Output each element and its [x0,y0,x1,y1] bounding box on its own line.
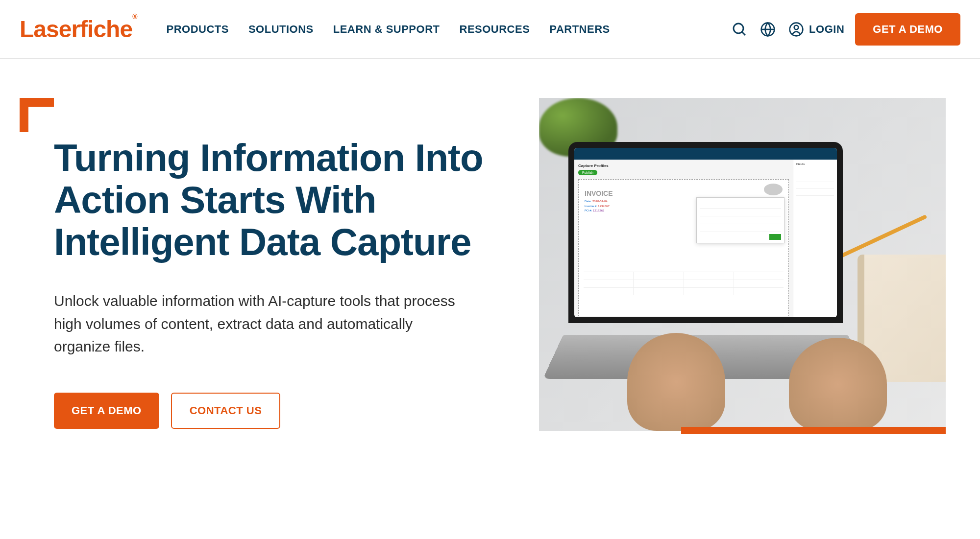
svg-point-5 [794,25,799,29]
invoice-table [584,272,784,311]
sidebar-field [796,175,834,182]
nav-products[interactable]: PRODUCTS [166,23,228,36]
capture-profiles-label: Capture Profiles [578,164,789,168]
app-titlebar [574,148,837,160]
accent-underline [681,427,946,434]
hero-section: Turning Information Into Action Starts W… [0,59,980,431]
nav-solutions[interactable]: SOLUTIONS [248,23,314,36]
nav-partners[interactable]: PARTNERS [549,23,610,36]
field-dialog [696,197,784,243]
dialog-row [700,209,781,216]
hand-right-graphic [789,338,887,431]
hero-image: Capture Profiles Publish INVOICE Date: 2… [539,98,946,431]
search-icon[interactable] [731,21,748,38]
globe-icon[interactable] [759,21,777,38]
brand-name: Laserfiche [20,16,132,42]
accent-corner [20,98,54,132]
document-preview: INVOICE Date: 2020-03-04 Invoice #: 1234… [578,179,789,316]
trademark-symbol: ® [132,13,137,21]
dialog-row [700,201,781,209]
laptop-screen: Capture Profiles Publish INVOICE Date: 2… [568,142,843,323]
svg-line-1 [742,32,745,35]
hero-cta-group: GET A DEMO CONTACT US [20,393,510,429]
dialog-row [700,216,781,224]
vendor-logo [764,184,783,195]
hero-subtitle: Unlock valuable information with AI-capt… [20,290,461,358]
get-demo-button-header[interactable]: GET A DEMO [855,13,960,46]
app-sidebar: Fields [793,160,837,317]
screen-inner: Capture Profiles Publish INVOICE Date: 2… [574,148,837,317]
hero-image-container: Capture Profiles Publish INVOICE Date: 2… [539,98,946,431]
hero-content: Turning Information Into Action Starts W… [20,98,510,431]
sidebar-field [796,168,834,175]
hand-left-graphic [627,333,725,431]
sidebar-fields-label: Fields [796,163,834,165]
site-header: Laserfiche® PRODUCTS SOLUTIONS LEARN & S… [0,0,980,59]
sidebar-field [796,189,834,196]
login-label: LOGIN [809,23,844,36]
page-title: Turning Information Into Action Starts W… [20,137,510,263]
brand-logo[interactable]: Laserfiche® [20,16,137,43]
nav-resources[interactable]: RESOURCES [460,23,530,36]
sidebar-field [796,182,834,189]
app-main: Capture Profiles Publish INVOICE Date: 2… [574,160,793,317]
dialog-row [700,224,781,232]
main-nav: PRODUCTS SOLUTIONS LEARN & SUPPORT RESOU… [166,23,610,36]
invoice-label: INVOICE [585,189,783,197]
header-actions: LOGIN GET A DEMO [731,13,960,46]
svg-point-0 [734,23,743,33]
get-demo-button[interactable]: GET A DEMO [54,393,159,429]
publish-badge: Publish [578,170,597,175]
dialog-ok-button [769,234,781,240]
user-icon [787,21,805,38]
login-link[interactable]: LOGIN [787,21,844,38]
laptop-graphic: Capture Profiles Publish INVOICE Date: 2… [568,142,946,401]
nav-learn-support[interactable]: LEARN & SUPPORT [333,23,440,36]
app-content: Capture Profiles Publish INVOICE Date: 2… [574,160,837,317]
contact-us-button[interactable]: CONTACT US [171,393,281,429]
